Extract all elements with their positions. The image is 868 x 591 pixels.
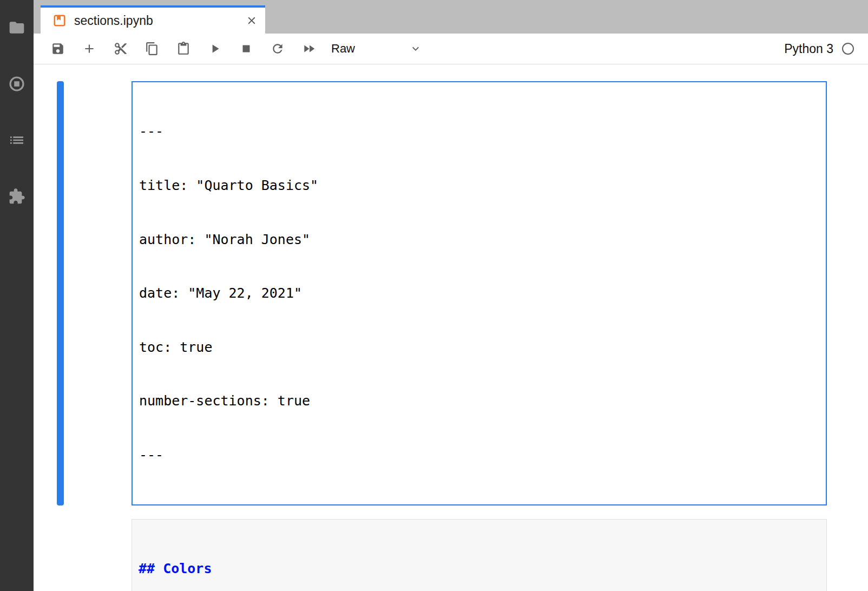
code-line: --- (139, 122, 820, 140)
scissors-icon (114, 42, 128, 56)
raw-cell-frontmatter: --- title: "Quarto Basics" author: "Nora… (57, 81, 827, 505)
run-all-button[interactable] (293, 38, 325, 60)
notebook-icon (52, 14, 67, 28)
fast-forward-icon (302, 42, 316, 56)
close-icon[interactable] (246, 15, 258, 27)
copy-button[interactable] (136, 38, 168, 60)
refresh-icon (271, 42, 285, 56)
save-button[interactable] (42, 38, 74, 60)
restart-kernel-button[interactable] (262, 38, 293, 60)
cell-collapser[interactable] (57, 81, 64, 505)
tab-sections-ipynb[interactable]: sections.ipynb (41, 5, 265, 34)
code-line: title: "Quarto Basics" (139, 176, 820, 194)
markdown-cell-editor[interactable]: ## Colors - Red - Green - Blue (131, 519, 827, 591)
code-line: author: "Norah Jones" (139, 231, 820, 248)
running-kernels-icon[interactable] (8, 75, 26, 93)
cut-button[interactable] (105, 38, 136, 60)
code-line: number-sections: true (139, 392, 820, 410)
stop-icon (239, 42, 253, 56)
notebook-panel: --- title: "Quarto Basics" author: "Nora… (34, 64, 868, 591)
code-line: --- (139, 446, 820, 464)
chevron-down-icon (409, 42, 422, 55)
raw-cell-editor[interactable]: --- title: "Quarto Basics" author: "Nora… (131, 81, 827, 505)
jupyterlab-app: sections.ipynb (0, 0, 868, 591)
folder-icon[interactable] (8, 18, 26, 37)
plus-icon (82, 42, 96, 56)
kernel-status-icon (842, 43, 854, 55)
insert-cell-button[interactable] (74, 38, 105, 60)
run-button[interactable] (199, 38, 231, 60)
code-line: toc: true (139, 338, 820, 356)
cell-type-value: Raw (331, 42, 355, 56)
markdown-cell-colors: ## Colors - Red - Green - Blue (57, 519, 827, 591)
copy-icon (145, 42, 159, 56)
code-line: date: "May 22, 2021" (139, 284, 820, 302)
tab-title: sections.ipynb (74, 14, 238, 28)
tab-bar: sections.ipynb (34, 0, 868, 34)
cell-prompt (64, 81, 131, 505)
markdown-header-line: ## Colors (139, 560, 821, 577)
kernel-name[interactable]: Python 3 (784, 42, 833, 56)
notebook-toolbar: Raw Python 3 (34, 34, 868, 64)
save-icon (51, 42, 65, 56)
cell-prompt (64, 519, 131, 591)
extensions-icon[interactable] (8, 187, 26, 206)
clipboard-icon (176, 42, 190, 56)
play-icon (208, 42, 222, 56)
left-activity-bar (0, 0, 34, 591)
cell-collapser[interactable] (57, 519, 64, 591)
paste-button[interactable] (168, 38, 199, 60)
table-of-contents-icon[interactable] (8, 131, 26, 149)
stop-button[interactable] (231, 38, 262, 60)
kernel-area: Python 3 (784, 42, 854, 56)
cell-type-dropdown[interactable]: Raw (331, 42, 422, 56)
main-area: sections.ipynb (34, 0, 868, 591)
